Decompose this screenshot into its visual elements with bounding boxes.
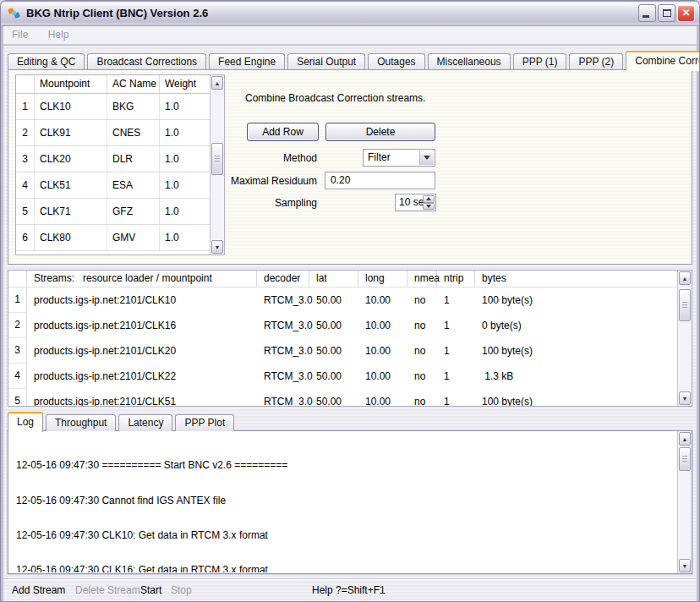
delete-button[interactable]: Delete (325, 123, 435, 141)
cell-lat[interactable]: 50.00 (309, 339, 358, 364)
cell-long[interactable]: 10.00 (358, 364, 407, 389)
cell-bytes[interactable]: 100 byte(s) (475, 339, 677, 364)
cell-ac-name[interactable]: DLR (107, 146, 160, 172)
add-row-button[interactable]: Add Row (247, 123, 319, 141)
method-dropdown[interactable]: Filter (363, 149, 435, 167)
streams-table[interactable]: Streams: resource loader / mountpoint de… (8, 270, 692, 407)
cell-mountpoint[interactable]: CLK20 (35, 146, 107, 172)
table-row[interactable]: 3 CLK20 DLR 1.0 (16, 146, 224, 172)
cell-stream[interactable]: products.igs-ip.net:2101/CLK10 (27, 288, 257, 313)
cell-weight[interactable]: 1.0 (160, 225, 211, 250)
cell-ntrip[interactable]: 1 (437, 390, 475, 408)
tab-editing-qc[interactable]: Editing & QC (8, 53, 85, 70)
cell-nmea[interactable]: no (407, 314, 437, 338)
cell-long[interactable]: 10.00 (358, 288, 407, 313)
header-streams[interactable]: Streams: resource loader / mountpoint (27, 271, 257, 287)
dropdown-button[interactable] (419, 150, 434, 165)
cell-stream[interactable]: products.igs-ip.net:2101/CLK51 (27, 390, 257, 408)
scroll-down-icon[interactable]: ▼ (679, 559, 691, 572)
cell-mountpoint[interactable]: CLK10 (35, 94, 107, 119)
cell-ac-name[interactable]: GFZ (107, 199, 160, 224)
spin-down-button[interactable] (423, 203, 435, 211)
cell-decoder[interactable]: RTCM_3.0 (257, 390, 309, 408)
table-row[interactable]: 6 CLK80 GMV 1.0 (16, 225, 224, 251)
cell-bytes[interactable]: 100 byte(s) (475, 288, 677, 313)
header-ntrip[interactable]: ntrip (437, 271, 475, 287)
cell-ntrip[interactable]: 1 (437, 288, 475, 313)
cell-ac-name[interactable]: CNES (107, 120, 160, 145)
cell-decoder[interactable]: RTCM_3.0 (257, 288, 309, 313)
spin-up-button[interactable] (423, 195, 435, 203)
start-action[interactable]: Start (140, 584, 161, 596)
tab-outages[interactable]: Outages (368, 53, 424, 70)
scroll-up-icon[interactable]: ▲ (211, 76, 223, 90)
cell-lat[interactable]: 50.00 (309, 314, 358, 338)
cell-lat[interactable]: 50.00 (309, 390, 358, 408)
table-row[interactable]: 5 CLK71 GFZ 1.0 (16, 199, 224, 225)
streams-scrollbar[interactable]: ▲ ▼ (677, 271, 692, 406)
combination-table-scrollbar[interactable]: ▲ ▼ (210, 75, 224, 254)
scroll-up-icon[interactable]: ▲ (679, 432, 691, 446)
cell-ntrip[interactable]: 1 (437, 364, 475, 389)
header-long[interactable]: long (358, 271, 407, 287)
tab-latency[interactable]: Latency (118, 414, 172, 431)
cell-decoder[interactable]: RTCM_3.0 (257, 364, 309, 389)
cell-nmea[interactable]: no (407, 364, 437, 389)
tab-log[interactable]: Log (8, 412, 43, 432)
cell-weight[interactable]: 1.0 (160, 172, 211, 198)
header-ac-name[interactable]: AC Name (107, 75, 160, 93)
minimize-button[interactable] (638, 4, 656, 22)
cell-bytes[interactable]: 1.3 kB (475, 364, 677, 389)
header-bytes[interactable]: bytes (475, 271, 677, 287)
tab-ppp-plot[interactable]: PPP Plot (175, 414, 234, 431)
table-row[interactable]: 4 CLK51 ESA 1.0 (16, 172, 224, 199)
header-lat[interactable]: lat (309, 271, 358, 287)
stream-row[interactable]: 5 products.igs-ip.net:2101/CLK51 RTCM_3.… (8, 389, 677, 407)
cell-weight[interactable]: 1.0 (160, 199, 211, 224)
cell-ac-name[interactable]: ESA (107, 172, 160, 198)
stream-row[interactable]: 3 products.igs-ip.net:2101/CLK20 RTCM_3.… (8, 338, 677, 364)
cell-nmea[interactable]: no (407, 339, 437, 364)
header-decoder[interactable]: decoder (257, 271, 309, 287)
cell-stream[interactable]: products.igs-ip.net:2101/CLK22 (27, 364, 257, 389)
cell-mountpoint[interactable]: CLK51 (35, 172, 107, 198)
cell-mountpoint[interactable]: CLK91 (35, 120, 107, 145)
cell-decoder[interactable]: RTCM_3.0 (257, 339, 309, 364)
cell-ac-name[interactable]: GMV (107, 225, 160, 250)
menu-file[interactable]: File (3, 26, 36, 44)
scrollbar-thumb[interactable] (679, 447, 691, 471)
header-weight[interactable]: Weight (160, 75, 211, 93)
table-row[interactable]: 1 CLK10 BKG 1.0 (16, 94, 224, 120)
cell-nmea[interactable]: no (407, 288, 437, 313)
log-panel[interactable]: 12-05-16 09:47:30 ========== Start BNC v… (8, 430, 692, 574)
cell-stream[interactable]: products.igs-ip.net:2101/CLK20 (27, 339, 257, 364)
cell-bytes[interactable]: 100 byte(s) (475, 390, 677, 408)
cell-decoder[interactable]: RTCM_3.0 (257, 314, 309, 338)
cell-mountpoint[interactable]: CLK80 (35, 225, 107, 250)
scrollbar-thumb[interactable] (679, 289, 691, 321)
scroll-down-icon[interactable]: ▼ (679, 391, 691, 405)
cell-long[interactable]: 10.00 (358, 390, 407, 408)
cell-weight[interactable]: 1.0 (160, 120, 211, 145)
tab-throughput[interactable]: Throughput (46, 414, 116, 431)
tab-ppp-2[interactable]: PPP (2) (569, 53, 623, 70)
scroll-up-icon[interactable]: ▲ (679, 271, 691, 285)
tab-miscellaneous[interactable]: Miscellaneous (428, 53, 511, 70)
tab-feed-engine[interactable]: Feed Engine (209, 53, 285, 70)
cell-ntrip[interactable]: 1 (437, 314, 475, 338)
tab-serial-output[interactable]: Serial Output (287, 53, 365, 70)
cell-bytes[interactable]: 0 byte(s) (475, 314, 677, 338)
cell-ntrip[interactable]: 1 (437, 339, 475, 364)
header-mountpoint[interactable]: Mountpoint (35, 75, 107, 93)
menu-help[interactable]: Help (40, 26, 78, 44)
tab-broadcast-corrections[interactable]: Broadcast Corrections (87, 53, 206, 70)
title-bar[interactable]: BKG Ntrip Client (BNC) Version 2.6 ✕ (1, 1, 699, 26)
tab-ppp-1[interactable]: PPP (1) (513, 53, 567, 70)
cell-long[interactable]: 10.00 (358, 339, 407, 364)
header-nmea[interactable]: nmea (407, 271, 437, 287)
log-scrollbar[interactable]: ▲ ▼ (677, 431, 692, 573)
scrollbar-thumb[interactable] (211, 143, 223, 175)
stream-row[interactable]: 4 products.igs-ip.net:2101/CLK22 RTCM_3.… (8, 364, 677, 389)
table-row[interactable]: 2 CLK91 CNES 1.0 (16, 120, 224, 146)
add-stream-action[interactable]: Add Stream (12, 584, 65, 596)
